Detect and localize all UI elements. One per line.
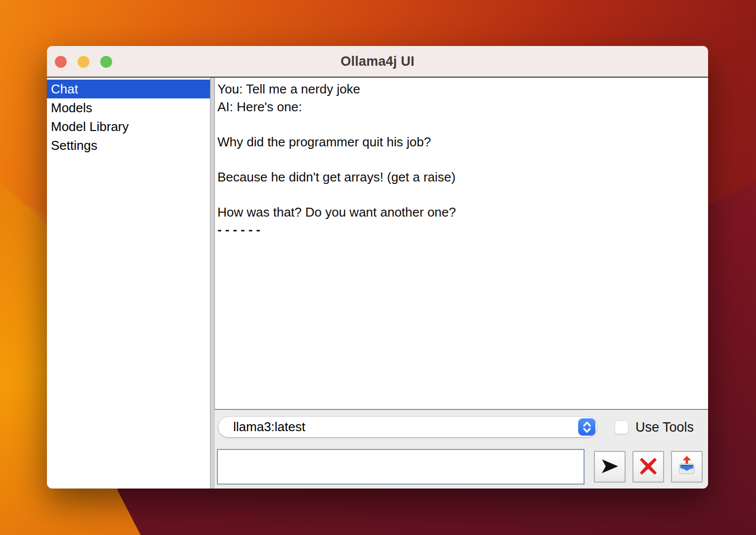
send-arrow-icon xyxy=(600,458,620,476)
sidebar-item-chat[interactable]: Chat xyxy=(47,80,210,98)
model-select-value: llama3:latest xyxy=(218,419,578,435)
clear-chat-button[interactable] xyxy=(632,451,664,483)
red-x-icon xyxy=(638,456,658,478)
upload-tray-icon xyxy=(676,455,698,479)
use-tools-label: Use Tools xyxy=(635,420,694,435)
send-button[interactable] xyxy=(594,451,626,483)
chat-line: Why did the programmer quit his job? xyxy=(217,134,702,151)
sidebar-item-model-library[interactable]: Model Library xyxy=(47,117,210,136)
zoom-button[interactable] xyxy=(100,56,112,68)
window-content: Chat Models Model Library Settings You: … xyxy=(47,78,708,489)
close-button[interactable] xyxy=(55,56,67,68)
chat-line: You: Tell me a nerdy joke xyxy=(217,81,702,98)
sidebar-item-settings[interactable]: Settings xyxy=(47,136,210,155)
message-input[interactable] xyxy=(217,449,585,485)
chat-line: Because he didn't get arrays! (get a rai… xyxy=(217,169,702,186)
minimize-button[interactable] xyxy=(78,56,89,68)
chat-panel: You: Tell me a nerdy joke AI: Here's one… xyxy=(214,78,708,489)
traffic-lights xyxy=(55,56,112,68)
navigation-list: Chat Models Model Library Settings xyxy=(47,78,210,489)
sidebar-item-models[interactable]: Models xyxy=(47,98,210,117)
chat-line xyxy=(217,151,702,169)
chat-line xyxy=(217,186,702,204)
splitpane-divider[interactable] xyxy=(210,78,214,489)
use-tools-checkbox[interactable] xyxy=(615,420,629,434)
chat-line: AI: Here's one: xyxy=(217,98,702,116)
window-title: Ollama4j UI xyxy=(340,54,414,69)
chat-line xyxy=(217,116,702,134)
up-down-chevrons-icon xyxy=(578,418,595,436)
stream-separator: ------ xyxy=(217,221,702,239)
upload-button[interactable] xyxy=(671,451,703,483)
model-select[interactable]: llama3:latest xyxy=(218,417,597,437)
chat-transcript[interactable]: You: Tell me a nerdy joke AI: Here's one… xyxy=(214,78,708,410)
window-titlebar[interactable]: Ollama4j UI xyxy=(47,46,708,78)
composer-panel: llama3:latest Use Tools xyxy=(214,410,708,489)
chat-line: How was that? Do you want another one? xyxy=(217,204,702,222)
app-window: Ollama4j UI Chat Models Model Library Se… xyxy=(47,46,708,489)
